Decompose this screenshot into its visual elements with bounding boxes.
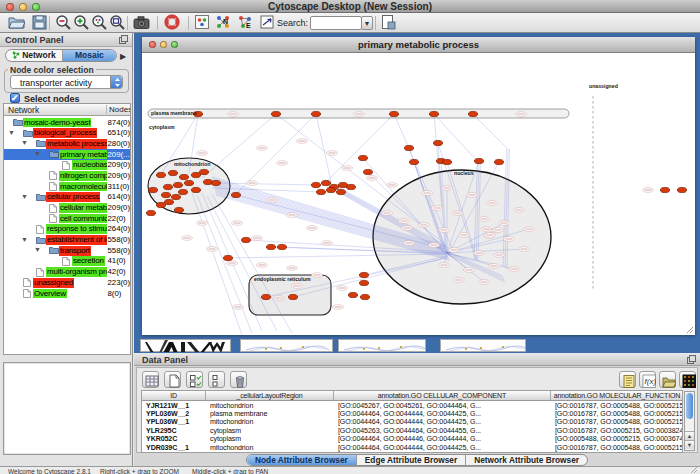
tab-edge-attribute-browser[interactable]: Edge Attribute Browser [357,455,466,465]
column-header[interactable]: ID [142,391,206,401]
tab-network[interactable]: Network [6,50,63,61]
scroll-up-arrow[interactable]: ▲ [685,431,694,440]
column-header[interactable]: _cellularLayoutRegion [206,391,334,401]
snapshot-icon[interactable] [133,14,151,32]
table-row[interactable]: YJR121W__1mitochondrion[GO:0045267, GO:0… [142,402,682,411]
network-node[interactable] [178,189,187,194]
network-node[interactable] [468,111,477,116]
search-dropdown-button[interactable]: ▼ [361,16,373,30]
network-node[interactable] [442,159,451,164]
birds-eye-view[interactable] [3,362,131,455]
network-node[interactable] [156,172,165,177]
network-node[interactable] [677,187,686,192]
network-node[interactable] [231,192,240,197]
tree-row[interactable]: ▼transport558(0) [4,245,130,256]
network-window-titlebar[interactable]: primary metabolic process [142,37,695,53]
network-node[interactable] [266,244,275,249]
layout-1-icon[interactable]: N [215,14,233,32]
help-icon[interactable] [164,14,182,32]
network-node[interactable] [156,202,165,207]
network-node[interactable] [277,244,286,249]
scroll-down-arrow[interactable]: ▼ [685,440,694,449]
network-node[interactable] [171,194,180,199]
minimized-window[interactable] [440,339,526,352]
delete-attribute-button[interactable] [230,371,247,388]
expand-triangle-icon[interactable]: ▼ [34,150,41,157]
network-node[interactable] [389,111,398,116]
tree-row[interactable]: mosaic-demo-yeast874(0) [4,117,130,128]
float-data-panel-icon[interactable] [687,355,696,364]
table-row[interactable]: YKR052Ccytoplasm[GO:0044464, GO:0044446,… [142,435,682,444]
save-icon[interactable] [31,14,49,32]
network-node[interactable] [359,272,368,277]
network-canvas[interactable]: plasma membranecytoplasmmitochondrionnuc… [142,53,695,335]
tree-row[interactable]: ▼cellular process614(0) [4,192,130,203]
expand-triangle-icon[interactable]: ▼ [8,129,15,136]
zoom-fit-icon[interactable] [109,14,127,32]
tree-row[interactable]: nitrogen compo209(0) [4,170,130,181]
network-node[interactable] [494,159,503,164]
network-node[interactable] [184,180,193,185]
zoom-out-icon[interactable] [55,14,73,32]
network-node[interactable] [163,184,172,189]
tree-row[interactable]: cellular metabo209(0) [4,203,130,214]
attribute-matrix-button[interactable] [679,371,696,388]
network-node[interactable] [433,140,442,145]
network-node[interactable] [316,189,325,194]
tree-row[interactable]: unassigned223(0) [4,277,130,288]
select-nodes-checkbox[interactable]: ✓ [10,93,20,103]
network-node[interactable] [348,292,357,297]
tree-row[interactable]: secretion41(0) [4,256,130,267]
column-header[interactable]: annotation.GO MOLECULAR_FUNCTION [551,391,683,401]
network-node[interactable] [358,155,367,160]
search-input[interactable] [310,16,362,30]
network-node[interactable] [223,255,232,260]
tab-overflow-arrow[interactable]: ▶ [120,52,126,61]
network-node[interactable] [148,187,157,192]
network-node[interactable] [261,294,270,299]
network-node[interactable] [161,192,170,197]
minimized-window[interactable] [240,339,333,352]
unselect-attributes-button[interactable] [208,371,225,388]
network-node[interactable] [474,158,483,163]
minimized-window[interactable] [338,339,426,352]
network-node[interactable] [211,180,220,185]
node-color-dropdown[interactable]: transporter activity [10,75,123,89]
tab-network-attribute-browser[interactable]: Network Attribute Browser [466,455,587,465]
zoom-in-icon[interactable] [73,14,91,32]
network-node[interactable] [191,172,200,177]
import-attributes-button[interactable] [659,371,676,388]
float-panel-icon[interactable] [119,35,128,44]
expand-triangle-icon[interactable]: ▼ [21,139,28,146]
resize-grip-icon[interactable] [686,326,694,334]
network-node[interactable] [199,169,208,174]
column-header[interactable]: annotation.GO CELLULAR_COMPONENT [334,391,551,401]
expand-triangle-icon[interactable]: ▼ [21,236,28,243]
network-view-window[interactable]: primary metabolic process plasma membran… [142,37,695,335]
network-node[interactable] [346,184,355,189]
tree-row[interactable]: ▼primary metabol209(... [4,149,130,160]
import-icon[interactable] [380,14,398,32]
network-node[interactable] [241,237,250,242]
layout-2-icon[interactable]: E [237,14,255,32]
tab-mosaic[interactable]: Mosaic [63,50,116,61]
network-node[interactable] [311,111,320,116]
table-row[interactable]: YPL036W__1mitochondrion[GO:0044464, GO:0… [142,418,682,427]
network-node[interactable] [429,111,438,116]
table-row[interactable]: YPL036W__2plasma membrane[GO:0044464, GO… [142,410,682,419]
view-settings-icon[interactable] [259,14,277,32]
tree-row[interactable]: response to stimulu264(0) [4,224,130,235]
expand-triangle-icon[interactable]: ▼ [34,246,41,253]
network-node[interactable] [363,169,372,174]
function-builder-button[interactable]: f(x) [639,371,656,388]
scrollbar-thumb[interactable] [686,393,693,419]
network-node[interactable] [326,187,335,192]
tree-row[interactable]: ▼biological_process651(0) [4,128,130,139]
network-node[interactable] [336,189,345,194]
network-node[interactable] [288,294,297,299]
open-folder-icon[interactable] [8,14,26,32]
window-resize-grip-icon[interactable] [690,467,698,473]
tab-node-attribute-browser[interactable]: Node Attribute Browser [247,455,357,465]
table-row[interactable]: YDR039C__1mitochondrion[GO:0044464, GO:0… [142,444,682,453]
network-node[interactable] [191,187,200,192]
